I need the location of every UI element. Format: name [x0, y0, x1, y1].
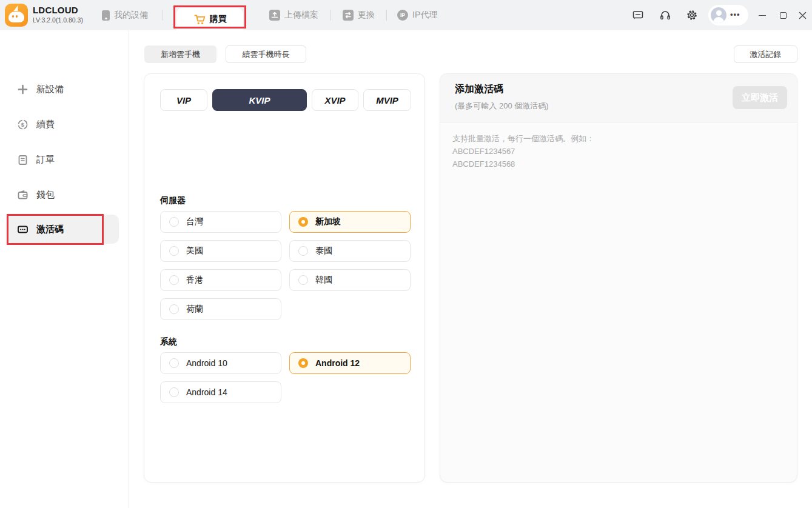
- placeholder-line: 支持批量激活，每行一個激活碼。例如：: [452, 132, 785, 145]
- account-menu[interactable]: •••: [708, 5, 748, 25]
- tab-ip-proxy[interactable]: IP IP代理: [397, 0, 437, 30]
- server-option-usa[interactable]: 美國: [160, 240, 281, 262]
- radio-icon: [169, 275, 179, 285]
- plus-icon: [17, 84, 29, 95]
- plan-tab-xvip[interactable]: XVIP: [312, 89, 358, 111]
- highlight-box-buy-tab: [173, 5, 246, 28]
- highlight-box-activation-code: [7, 214, 104, 245]
- system-options: Android 10 Android 12 Android 14: [160, 352, 411, 403]
- ip-icon: IP: [397, 10, 408, 21]
- activate-now-button[interactable]: 立即激活: [733, 86, 787, 109]
- tab-upload-files[interactable]: 上傳檔案: [269, 0, 318, 30]
- tab-label: 上傳檔案: [284, 10, 318, 21]
- sidebar-item-label: 訂單: [36, 154, 55, 165]
- activation-code-panel: 添加激活碼 (最多可輸入 200 個激活碼) 立即激活 支持批量激活，每行一個激…: [440, 73, 797, 483]
- activation-record-button[interactable]: 激活記錄: [734, 45, 797, 63]
- gear-icon[interactable]: [686, 9, 698, 21]
- minimize-button[interactable]: [756, 8, 769, 22]
- radio-icon: [169, 387, 179, 397]
- sidebar-item-orders[interactable]: 訂單: [7, 145, 119, 174]
- server-options: 台灣 新加坡 美國 泰國 香港 韓國 荷蘭: [160, 211, 411, 320]
- purchase-options-panel: VIP KVIP XVIP MVIP 伺服器 台灣 新加坡 美國 泰國 香港 韓…: [144, 73, 425, 483]
- plan-tab-mvip[interactable]: MVIP: [363, 89, 411, 111]
- plan-tab-kvip[interactable]: KVIP: [212, 89, 307, 111]
- plan-tabs: VIP KVIP XVIP MVIP: [160, 89, 411, 111]
- message-icon[interactable]: [632, 9, 644, 21]
- system-section-label: 系統: [160, 336, 177, 347]
- headset-icon[interactable]: [659, 9, 671, 21]
- radio-selected-icon: [298, 217, 308, 227]
- order-icon: [17, 154, 29, 165]
- maximize-button[interactable]: [776, 8, 790, 22]
- app-name: LDCLOUD: [33, 5, 83, 15]
- activation-code-input[interactable]: 支持批量激活，每行一個激活碼。例如： ABCDEF1234567 ABCDEF1…: [440, 123, 797, 483]
- system-option-android12[interactable]: Android 12: [289, 352, 411, 374]
- server-option-hongkong[interactable]: 香港: [160, 269, 281, 291]
- app-version: LV:3.2.0(1.0.80.3): [33, 16, 83, 24]
- renew-phone-duration-button[interactable]: 續雲手機時長: [226, 45, 306, 63]
- minimize-icon: [759, 15, 766, 16]
- tab-swap[interactable]: 更換: [343, 0, 375, 30]
- radio-selected-icon: [298, 358, 308, 368]
- sidebar-item-label: 新設備: [36, 84, 64, 95]
- server-option-thailand[interactable]: 泰國: [289, 240, 411, 262]
- plan-tab-vip[interactable]: VIP: [160, 89, 207, 111]
- title-bar: LDCLOUD LV:3.2.0(1.0.80.3) 我的設備 購買 上傳檔案: [0, 0, 812, 30]
- close-icon: [799, 12, 807, 19]
- radio-icon: [298, 275, 308, 285]
- new-cloud-phone-button[interactable]: 新增雲手機: [144, 45, 216, 63]
- divider: [331, 10, 331, 21]
- sidebar-item-new-device[interactable]: 新設備: [7, 75, 119, 104]
- renew-dollar-icon: $: [17, 119, 29, 130]
- upload-icon: [269, 10, 280, 21]
- sidebar-item-renew[interactable]: $ 續費: [7, 110, 119, 139]
- sidebar-item-wallet[interactable]: 錢包: [7, 180, 119, 209]
- more-icon: •••: [730, 10, 740, 19]
- activation-subtitle: (最多可輸入 200 個激活碼): [455, 101, 549, 112]
- divider: [386, 10, 387, 21]
- server-option-singapore[interactable]: 新加坡: [289, 211, 411, 233]
- server-option-taiwan[interactable]: 台灣: [160, 211, 281, 233]
- maximize-icon: [780, 12, 787, 19]
- activation-title: 添加激活碼: [455, 83, 503, 96]
- radio-icon: [298, 246, 308, 256]
- sidebar-item-label: 錢包: [36, 189, 55, 201]
- app-logo-icon: [5, 4, 28, 27]
- system-option-android14[interactable]: Android 14: [160, 381, 281, 403]
- tab-label: 我的設備: [114, 10, 148, 21]
- wallet-icon: [17, 189, 29, 201]
- divider: [163, 10, 163, 21]
- ldcloud-window: { "app": { "name": "LDCLOUD", "version":…: [0, 0, 812, 508]
- avatar: [711, 7, 726, 23]
- sidebar-item-label: 續費: [36, 119, 55, 130]
- server-option-korea[interactable]: 韓國: [289, 269, 411, 291]
- tab-label: 更換: [358, 10, 375, 21]
- radio-icon: [169, 246, 179, 256]
- server-section-label: 伺服器: [160, 195, 186, 206]
- activation-header: 添加激活碼 (最多可輸入 200 個激活碼) 立即激活: [440, 74, 797, 122]
- swap-icon: [343, 10, 354, 21]
- close-button[interactable]: [796, 8, 809, 22]
- placeholder-line: ABCDEF1234568: [452, 158, 785, 170]
- radio-icon: [169, 304, 179, 314]
- system-option-android10[interactable]: Android 10: [160, 352, 281, 374]
- tab-label: IP代理: [412, 10, 437, 21]
- placeholder-line: ABCDEF1234567: [452, 145, 785, 158]
- device-icon: [102, 10, 110, 21]
- radio-icon: [169, 358, 179, 368]
- svg-text:$: $: [21, 121, 25, 128]
- radio-icon: [169, 217, 179, 227]
- app-brand: LDCLOUD LV:3.2.0(1.0.80.3): [33, 5, 83, 24]
- sidebar: 新設備 $ 續費 訂單 錢包 激活碼: [0, 30, 129, 508]
- server-option-netherlands[interactable]: 荷蘭: [160, 298, 281, 320]
- tab-my-devices[interactable]: 我的設備: [102, 0, 148, 30]
